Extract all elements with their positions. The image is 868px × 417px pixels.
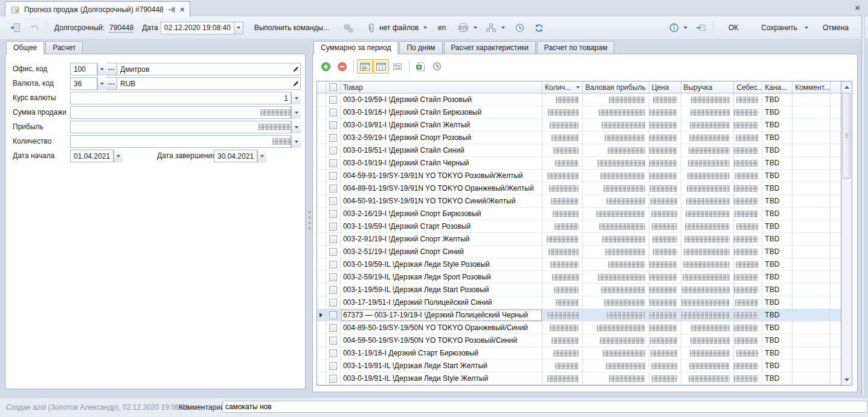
channel-cell[interactable]: TBD (762, 258, 792, 271)
cost-cell[interactable] (734, 119, 762, 132)
quantity-cell[interactable] (542, 258, 583, 271)
product-cell[interactable]: 003-0-19/19-I !Дерзкий Стайл Черный (341, 157, 542, 170)
comment-cell[interactable] (792, 106, 831, 119)
price-cell[interactable] (649, 94, 681, 106)
quantity-cell[interactable] (542, 347, 583, 360)
gross-profit-cell[interactable] (583, 284, 649, 296)
tab-raschet[interactable]: Расчет (45, 41, 83, 54)
revenue-cell[interactable] (681, 106, 735, 119)
price-cell[interactable] (649, 233, 681, 246)
comment-cell[interactable] (792, 119, 831, 132)
header-gross-profit[interactable]: Валовая прибыль (583, 81, 649, 93)
tab-po-dnyam[interactable]: По дням (399, 41, 442, 54)
cost-cell[interactable] (734, 170, 762, 182)
channel-cell[interactable]: TBD (762, 132, 792, 144)
office-name-input[interactable]: Дмитров (117, 63, 301, 75)
revenue-cell[interactable] (681, 360, 735, 372)
structure-icon[interactable] (483, 21, 499, 35)
channel-cell[interactable]: TBD (762, 182, 792, 195)
table-row[interactable]: 004-59-50-19/SY-19/50N YO TOKYO Розовый/… (317, 334, 841, 347)
revenue-cell[interactable] (681, 144, 735, 157)
channel-cell[interactable]: TBD (762, 246, 792, 258)
row-checkbox[interactable] (326, 144, 341, 157)
price-cell[interactable] (649, 347, 681, 360)
comment-cell[interactable] (792, 360, 831, 372)
scroll-up-icon[interactable] (842, 82, 851, 92)
table-row[interactable]: 003-1-19/16-I Дерзкий Старт БирюзовыйTBD (317, 347, 841, 360)
price-cell[interactable] (649, 322, 681, 334)
quantity-cell[interactable] (542, 296, 583, 309)
price-cell[interactable] (649, 144, 681, 157)
header-price[interactable]: Цена (649, 81, 681, 93)
refresh-icon[interactable] (532, 21, 546, 35)
row-checkbox[interactable] (326, 284, 341, 296)
cost-cell[interactable] (734, 347, 762, 360)
gross-profit-cell[interactable] (583, 119, 649, 132)
comment-cell[interactable] (792, 157, 831, 170)
gross-profit-cell[interactable] (583, 233, 649, 246)
gross-profit-cell[interactable] (583, 322, 649, 334)
cost-cell[interactable] (734, 271, 762, 284)
revenue-cell[interactable] (681, 372, 735, 385)
structure-dropdown-icon[interactable] (501, 27, 505, 29)
quantity-cell[interactable] (542, 132, 583, 144)
quantity-cell[interactable] (542, 322, 583, 334)
row-checkbox[interactable] (326, 322, 341, 334)
quantity-cell[interactable] (542, 144, 583, 157)
date-start-dropdown[interactable] (114, 150, 123, 162)
comment-cell[interactable] (792, 271, 831, 284)
cost-cell[interactable] (734, 284, 762, 296)
product-cell[interactable]: 003-1-19/59-IL !Дерзкая Леди Start Розов… (341, 284, 542, 296)
channel-cell[interactable]: TBD (762, 309, 792, 322)
add-row-icon[interactable] (318, 59, 333, 74)
pin-icon[interactable] (168, 6, 176, 13)
panel-splitter[interactable] (307, 41, 312, 392)
doc-number-link[interactable]: 790448 (109, 24, 133, 33)
currency-code-input[interactable]: 36 (70, 77, 97, 90)
revenue-cell[interactable] (681, 195, 735, 208)
product-cell[interactable]: 004-89-50-19/SY-19/50N YO TOKYO Оранжевы… (341, 322, 542, 334)
header-quantity[interactable]: Колич... (542, 81, 583, 93)
window-close-icon[interactable]: × (855, 2, 860, 13)
comment-cell[interactable] (792, 258, 831, 271)
comment-cell[interactable] (792, 170, 831, 182)
product-cell[interactable]: 003-0-19/91-IL !Дерзкая Леди Style Желты… (341, 372, 542, 385)
table-row[interactable]: 67373 — 003-17-19/19-I !Дерзкий Полицейс… (317, 309, 841, 322)
product-cell[interactable]: 004-59-50-19/SY-19/50N YO TOKYO Розовый/… (341, 334, 542, 347)
quantity-dropdown[interactable] (291, 135, 301, 148)
comment-cell[interactable] (792, 208, 831, 220)
quantity-cell[interactable] (542, 157, 583, 170)
channel-cell[interactable]: TBD (762, 347, 792, 360)
tab-close-icon[interactable]: × (180, 5, 185, 14)
product-cell[interactable]: 003-1-19/91-IL !Дерзкая Леди Start Желты… (341, 360, 542, 372)
currency-edit-icon[interactable] (290, 78, 300, 89)
table-row[interactable]: 003-1-19/59-IL !Дерзкая Леди Start Розов… (317, 284, 841, 296)
table-row[interactable]: 003-2-16/19-I !Дерзкий Спорт БирюзовыйTB… (317, 208, 841, 220)
office-code-dropdown[interactable] (97, 63, 107, 75)
cost-cell[interactable] (734, 372, 762, 385)
row-checkbox[interactable] (326, 258, 341, 271)
price-cell[interactable] (649, 360, 681, 372)
product-cell[interactable]: 003-1-19/16-I Дерзкий Старт Бирюзовый (341, 347, 542, 360)
revenue-cell[interactable] (681, 170, 735, 182)
view-card-icon[interactable] (357, 59, 373, 74)
table-row[interactable]: 003-2-91/19-I !Дерзкий Спорт ЖелтыйTBD (317, 233, 841, 246)
row-checkbox[interactable] (326, 182, 341, 195)
gross-profit-cell[interactable] (583, 106, 649, 119)
product-cell[interactable]: 003-2-59/19-I !Дерзкий Спорт Розовый (341, 132, 542, 144)
cost-cell[interactable] (734, 94, 762, 106)
quantity-cell[interactable] (542, 246, 583, 258)
table-row[interactable]: 004-59-91-19/SY-19/91N YO TOKYO Розовый/… (317, 170, 841, 182)
product-cell[interactable]: 003-0-19/59-I !Дерзкий Стайл Розовый (341, 94, 542, 106)
gross-profit-cell[interactable] (583, 296, 649, 309)
row-checkbox[interactable] (326, 106, 341, 119)
quantity-input[interactable] (70, 135, 291, 148)
rate-dropdown[interactable] (291, 92, 301, 104)
comment-cell[interactable] (792, 322, 831, 334)
table-row[interactable]: 003-1-19/91-IL !Дерзкая Леди Start Желты… (317, 360, 841, 372)
comment-cell[interactable] (792, 195, 831, 208)
channel-cell[interactable]: TBD (762, 322, 792, 334)
cost-cell[interactable] (734, 246, 762, 258)
row-checkbox[interactable] (326, 157, 341, 170)
channel-cell[interactable]: TBD (762, 94, 792, 106)
